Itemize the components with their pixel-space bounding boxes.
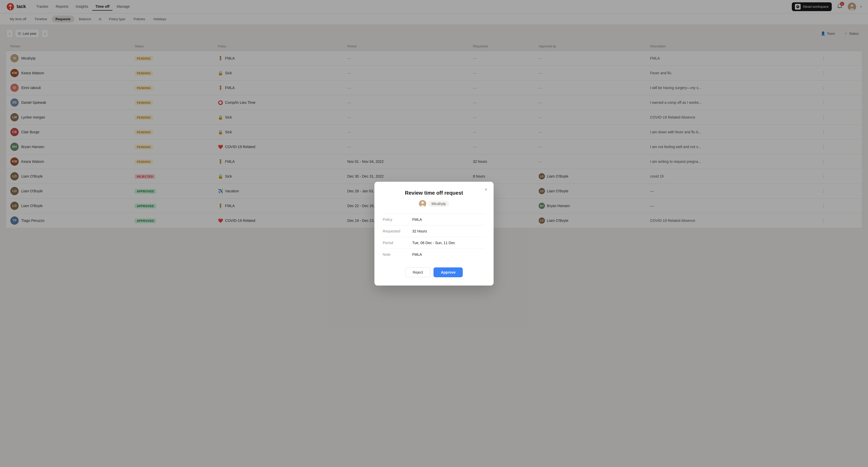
modal-title: Review time off request xyxy=(383,190,485,196)
modal-user-avatar xyxy=(419,200,426,207)
modal-field-policy: Policy FMLA xyxy=(383,214,485,226)
modal-close-button[interactable]: × xyxy=(483,186,490,193)
review-modal: × Review time off request Micahyip Polic… xyxy=(374,182,494,228)
modal-user-name: Micahyip xyxy=(428,201,449,207)
modal-user: Micahyip xyxy=(383,200,485,207)
modal-overlay[interactable]: × Review time off request Micahyip Polic… xyxy=(0,0,868,228)
modal-label-policy: Policy xyxy=(383,218,406,222)
close-icon: × xyxy=(485,187,487,192)
modal-field-requested: Requested 32 Hours xyxy=(383,226,485,228)
svg-point-7 xyxy=(422,201,424,204)
modal-value-policy: FMLA xyxy=(412,218,422,222)
modal-fields: Policy FMLA Requested 32 Hours Period Tu… xyxy=(383,213,485,228)
